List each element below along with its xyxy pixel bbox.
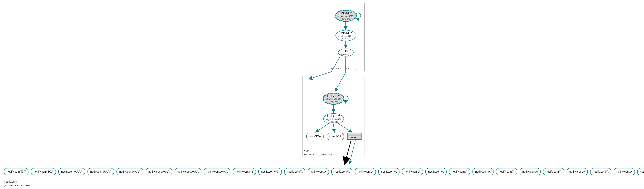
node-title: DNSKEY [327, 94, 340, 98]
record-node: netlify.com/A [614, 168, 635, 175]
node-title: DNSKEY [327, 115, 340, 118]
node-alg: alg=8, id=30909 [326, 98, 341, 100]
nsec3-label: NSEC3 [347, 135, 361, 139]
node-com-ksk: DNSKEY alg=8, id=30909 2048 bits [323, 93, 344, 104]
zone-netlify-label: netlify.com [4, 180, 17, 183]
node-com-zsk: DNSKEY alg=8, id=60551 1280 bits [323, 113, 344, 124]
record-node: netlify.com/A [355, 168, 376, 175]
node-alg: alg=8, id=60955 [338, 35, 353, 37]
record-node: netlify.com/A [637, 168, 644, 175]
record-node: netlify.com/AAAA [88, 168, 114, 175]
record-node: netlify.com/A [472, 168, 494, 175]
node-alg: alg=8, id=60551 [326, 118, 341, 121]
record-node: netlify.com/A [284, 168, 305, 175]
node-alg: digest alg=2 [340, 53, 351, 56]
record-node: netlify.com/A [378, 168, 399, 175]
record-node: netlify.com/A [520, 168, 541, 175]
node-title: DNSKEY [340, 12, 352, 15]
record-node: netlify.com/SOA [31, 168, 56, 175]
node-bits: 1280 bits [330, 121, 338, 123]
nsec3-cell [347, 133, 354, 135]
record-node: netlify.com/AAAA [58, 168, 85, 175]
node-root-ksk: DNSKEY alg=8, id=20326 2048 bits [336, 10, 356, 21]
node-alg: alg=8, id=20326 [338, 15, 353, 18]
record-node: netlify.com/A [331, 168, 352, 175]
zone-netlify: netlify.com/TXTnetlify.com/SOAnetlify.co… [2, 164, 642, 188]
node-root-ds: DS digest alg=2 [338, 49, 354, 57]
record-node: netlify.com/A [567, 168, 588, 175]
node-com-soa1: com/SOA [306, 133, 324, 140]
record-node: netlify.com/TXT [4, 168, 28, 175]
zone-root-timestamp: (2023-05-03 10:34:35 UTC) [328, 67, 356, 70]
node-bits: 2048 bits [342, 38, 350, 40]
record-node: netlify.com/A [308, 168, 329, 175]
zone-com: DNSKEY alg=8, id=30909 2048 bits DNSKEY … [302, 76, 364, 157]
records-row: netlify.com/TXTnetlify.com/SOAnetlify.co… [4, 168, 640, 175]
record-node: netlify.com/AAAA [146, 168, 172, 175]
node-title: DS [344, 49, 348, 53]
record-node: netlify.com/A [543, 168, 564, 175]
record-node: netlify.com/AAAA [175, 168, 201, 175]
node-com-soa2: com/SOA [327, 133, 344, 140]
zone-com-label: com [304, 149, 310, 152]
node-com-nsec3: NSEC3 [347, 133, 362, 140]
zone-netlify-timestamp: (2023-05-03 15:09:21 UTC) [4, 184, 32, 187]
record-node: netlify.com/A [425, 168, 446, 175]
record-node: netlify.com/A [590, 168, 611, 175]
record-node: netlify.com/MX [258, 168, 282, 175]
record-node: netlify.com/AAAA [204, 168, 230, 175]
node-title: DNSKEY [340, 31, 352, 35]
record-node: netlify.com/AAAA [116, 168, 143, 175]
node-root-zsk: DNSKEY alg=8, id=60955 2048 bits [336, 30, 356, 41]
record-node: netlify.com/A [496, 168, 517, 175]
zone-root: DNSKEY alg=8, id=20326 2048 bits DNSKEY … [327, 3, 364, 71]
record-node: netlify.com/NS [233, 168, 256, 175]
record-node: netlify.com/A [402, 168, 423, 175]
node-bits: 2048 bits [330, 101, 338, 103]
node-bits: 2048 bits [342, 18, 350, 20]
record-node: netlify.com/A [449, 168, 470, 175]
nsec3-cell [354, 133, 361, 135]
zone-com-timestamp: (2023-05-03 11:58:00 UTC) [304, 153, 332, 156]
